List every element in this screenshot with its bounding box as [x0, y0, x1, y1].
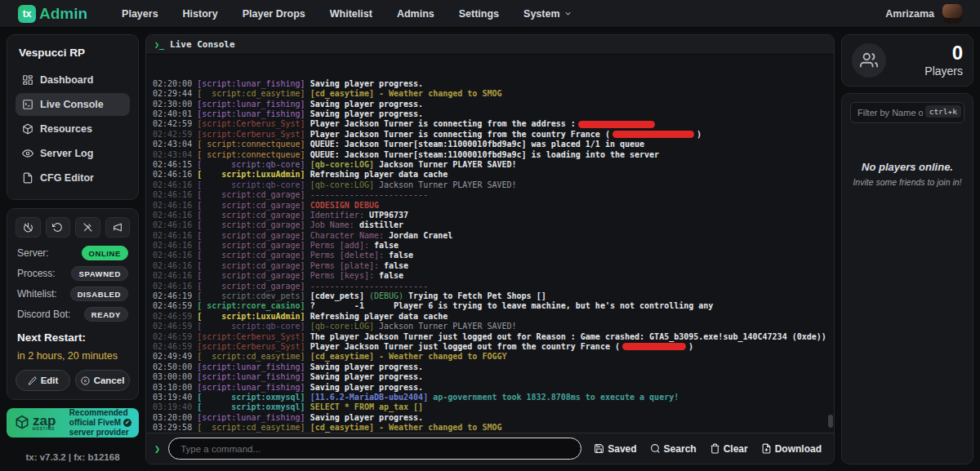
restart-server-button[interactable]: [46, 217, 71, 238]
clear-button-label: Clear: [724, 443, 748, 455]
console-line: 03:20:00 [script:lunar_fishing] Saving p…: [153, 413, 827, 423]
sidebar-item-live-console[interactable]: Live Console: [16, 93, 130, 116]
status-label: Process:: [17, 268, 56, 279]
players-icon-circle: [852, 43, 886, 78]
package-icon: [22, 123, 33, 135]
console-line: 02:46:16 [ script:cd_garage] Perms [add]…: [153, 241, 827, 251]
saved-commands-button[interactable]: Saved: [590, 440, 640, 458]
sidebar-item-label: Server Log: [40, 148, 93, 159]
next-restart-value: in 2 hours, 20 minutes: [17, 350, 128, 362]
avatar[interactable]: [942, 4, 962, 24]
clear-console-button[interactable]: Clear: [706, 440, 752, 458]
console-line: 02:46:16 [ script:cd_garage] Perms [dele…: [153, 251, 827, 260]
console-scrollbar-thumb[interactable]: [828, 415, 833, 428]
console-line: 02:42:59 [script:Cerberus_Syst] Player J…: [153, 130, 827, 140]
console-line: 02:29:44 [ script:cd_easytime] [cd_easyt…: [153, 89, 827, 99]
status-badge: SPAWNED: [71, 266, 128, 281]
status-badge: READY: [84, 307, 128, 322]
console-line: 02:46:16 [ script:cd_garage] Job Name: d…: [153, 220, 827, 230]
console-line: 02:46:16 [ script:cd_garage] Identifier:…: [153, 211, 827, 220]
nav-item-system[interactable]: System: [523, 8, 572, 20]
console-line: 02:46:16 [ script:cd_garage] -----------…: [153, 282, 827, 291]
anticheat-toggle-button[interactable]: [75, 217, 100, 238]
user-menu[interactable]: Amrizama: [885, 4, 962, 24]
console-line: 02:49:49 [ script:cd_easytime] [cd_easyt…: [153, 352, 827, 362]
command-input[interactable]: [168, 438, 581, 460]
dashboard-icon: [22, 74, 33, 86]
status-row-whitelist: Whitelist: DISABLED: [17, 287, 128, 301]
console-log[interactable]: 02:20:00 [script:lunar_fishing] Saving p…: [146, 55, 834, 433]
console-line: 02:46:16 [ script:LuxuAdmin] Refreshing …: [153, 170, 827, 180]
trash-icon: [710, 443, 720, 454]
console-actions: Saved Search Clear Download: [590, 440, 826, 458]
zap-ad-line3: server provider: [69, 428, 131, 438]
nav-item-admins[interactable]: Admins: [397, 8, 434, 20]
terminal-icon: [22, 99, 33, 110]
txadmin-logo-badge: tx: [18, 5, 36, 23]
cancel-button-label: Cancel: [94, 375, 125, 385]
restart-icon: [52, 222, 63, 233]
console-line: 02:46:19 [ script:cdev_pets] [cdev_pets]…: [153, 291, 827, 301]
terminal-prompt-icon: ❯_: [154, 40, 164, 49]
sidebar-item-label: Live Console: [40, 99, 104, 110]
search-button[interactable]: Search: [646, 440, 701, 458]
main-nav: Players History Player Drops Whitelist A…: [122, 8, 572, 20]
cancel-restart-button[interactable]: Cancel: [75, 370, 130, 391]
console-line: 02:46:59 [ script:qb-core] [qb-core:LOG]…: [153, 322, 827, 331]
players-empty-state: No players online. Invite some friends t…: [850, 161, 964, 187]
search-icon: [650, 443, 661, 454]
players-label: Players: [924, 64, 963, 78]
edit-restart-button[interactable]: Edit: [16, 370, 70, 391]
download-button-label: Download: [775, 443, 822, 455]
status-label: Server:: [17, 247, 49, 259]
cube-icon: [14, 415, 30, 431]
console-line: 02:46:59 [script:Cerberus_Syst] The play…: [153, 332, 827, 342]
console-line: 02:43:04 [ script:connectqueue] QUEUE: J…: [153, 150, 827, 160]
nav-item-whitelist[interactable]: Whitelist: [330, 8, 372, 20]
txadmin-logo-text: Admin: [39, 5, 87, 23]
left-sidebar: Vespucci RP Dashboard Live Console Resou…: [7, 34, 139, 464]
sidebar-item-label: Resources: [40, 123, 92, 135]
pencil-icon: [28, 376, 37, 385]
status-row-process: Process: SPAWNED: [17, 266, 128, 281]
keyboard-shortcut-badge: ctrl+k: [925, 105, 961, 118]
console-line: 03:19:40 [ script:oxmysql] [11.6.2-Maria…: [153, 393, 827, 402]
console-line: 02:46:15 [ script:qb-core] [qb-core:LOG]…: [153, 160, 827, 170]
status-label: Discord Bot:: [17, 309, 70, 320]
server-controls: [16, 217, 130, 238]
server-status-card: Server: ONLINE Process: SPAWNED Whitelis…: [7, 208, 139, 400]
txadmin-logo[interactable]: tx Admin: [18, 5, 87, 23]
console-line: 02:46:16 [ script:qb-core] [qb-core:LOG]…: [153, 180, 827, 190]
users-icon: [860, 51, 878, 69]
next-restart-label: Next Restart:: [17, 331, 128, 344]
eye-icon: [22, 148, 33, 159]
console-line: 02:30:00 [script:lunar_fishing] Saving p…: [153, 100, 827, 109]
sidebar-item-server-log[interactable]: Server Log: [16, 142, 130, 165]
zap-hosting-ad[interactable]: zap HOSTING Recommended official FiveM ✓…: [7, 408, 139, 438]
download-log-button[interactable]: Download: [757, 440, 826, 458]
sidebar-item-cfg-editor[interactable]: CFG Editor: [16, 167, 130, 189]
sidebar-item-dashboard[interactable]: Dashboard: [16, 69, 130, 91]
power-slash-icon: [23, 222, 33, 233]
nav-item-history[interactable]: History: [183, 8, 218, 20]
zap-ad-line2: official FiveM: [69, 418, 121, 427]
console-line: 02:46:16 [ script:cd_garage] Character N…: [153, 231, 827, 241]
top-navbar: tx Admin Players History Player Drops Wh…: [0, 0, 980, 28]
file-icon: [22, 172, 33, 184]
announcement-button[interactable]: [105, 217, 131, 238]
empty-state-subtitle: Invite some friends to join in!: [850, 177, 964, 187]
zap-brand: zap: [33, 415, 56, 427]
sidebar-item-resources[interactable]: Resources: [16, 118, 130, 140]
console-line: 02:50:00 [script:lunar_fishing] Saving p…: [153, 362, 827, 372]
megaphone-icon: [112, 222, 122, 233]
console-line: 02:20:00 [script:lunar_fishing] Saving p…: [153, 79, 827, 89]
console-line: 02:43:04 [ script:connectqueue] QUEUE: J…: [153, 140, 827, 149]
edit-button-label: Edit: [41, 375, 59, 385]
nav-item-players[interactable]: Players: [122, 8, 158, 20]
status-badge: DISABLED: [70, 287, 128, 301]
console-line: 03:00:00 [script:lunar_fishing] Saving p…: [153, 372, 827, 382]
stop-server-button[interactable]: [16, 217, 41, 238]
nav-item-player-drops[interactable]: Player Drops: [243, 8, 305, 20]
nav-item-settings[interactable]: Settings: [459, 8, 499, 20]
console-title: Live Console: [170, 39, 234, 50]
